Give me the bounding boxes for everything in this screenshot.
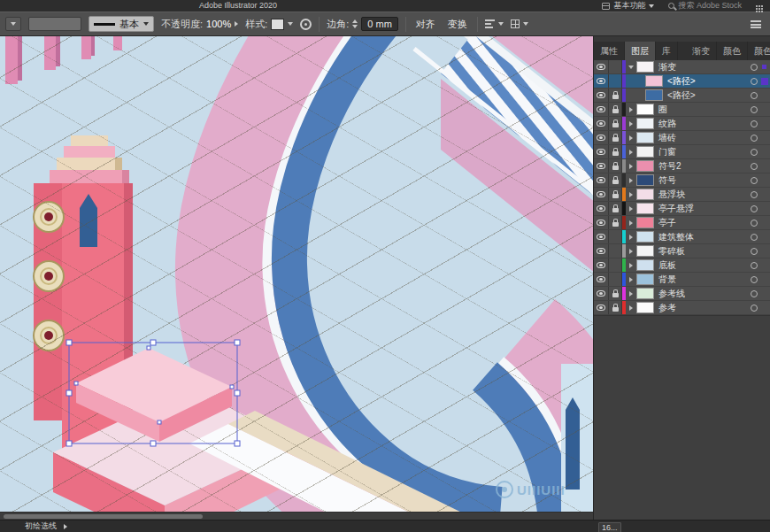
visibility-toggle[interactable] [594, 273, 609, 286]
align-button[interactable]: 对齐 [413, 16, 438, 33]
visibility-toggle[interactable] [594, 145, 609, 158]
layer-name[interactable]: 门窗 [654, 146, 748, 158]
style-swatch[interactable] [271, 19, 284, 30]
canvas[interactable]: UIIIUIII [0, 36, 593, 520]
layer-name[interactable]: 亭子 [654, 217, 748, 229]
transform-options-dropdown[interactable] [511, 19, 528, 28]
scrollbar-thumb[interactable] [4, 514, 203, 519]
layer-name[interactable]: 参考线 [654, 288, 748, 300]
layer-thumbnail[interactable] [636, 274, 654, 285]
layer-row[interactable]: 渐变 [594, 60, 770, 74]
layer-name[interactable]: 亭子悬浮 [654, 203, 748, 215]
anchor-point[interactable] [230, 385, 234, 389]
layer-name[interactable]: 底板 [654, 259, 748, 272]
selection-handle[interactable] [66, 441, 72, 446]
expand-chevron[interactable] [626, 291, 636, 297]
target-circle[interactable] [748, 78, 759, 85]
lock-toggle[interactable] [609, 301, 622, 314]
selection-square[interactable] [759, 65, 769, 69]
lock-toggle[interactable] [609, 230, 622, 243]
layer-name[interactable]: 背景 [654, 274, 748, 286]
visibility-toggle[interactable] [594, 131, 609, 144]
layer-thumbnail[interactable] [636, 132, 654, 143]
layer-thumbnail[interactable] [636, 104, 654, 115]
layer-row[interactable]: 零碎板 [594, 244, 770, 258]
target-circle[interactable] [748, 135, 759, 142]
layer-row[interactable]: 墙砖 [594, 131, 770, 145]
layer-name[interactable]: 符号2 [654, 160, 748, 173]
align-options-dropdown[interactable] [485, 19, 504, 28]
target-circle[interactable] [748, 290, 759, 297]
target-circle[interactable] [748, 234, 759, 241]
expand-chevron[interactable] [626, 178, 636, 183]
lock-toggle[interactable] [609, 273, 622, 286]
transform-button[interactable]: 变换 [445, 16, 470, 33]
lock-toggle[interactable] [609, 287, 622, 300]
layer-thumbnail[interactable] [636, 217, 654, 228]
layer-row[interactable]: 参考线 [594, 287, 770, 301]
visibility-toggle[interactable] [594, 117, 609, 130]
expand-chevron[interactable] [626, 235, 636, 240]
visibility-toggle[interactable] [594, 258, 609, 272]
brush-definition-dropdown[interactable]: 基本 [89, 16, 154, 32]
anchor-point[interactable] [158, 420, 161, 424]
target-circle[interactable] [748, 149, 759, 156]
visibility-toggle[interactable] [594, 103, 609, 116]
expand-chevron[interactable] [626, 150, 636, 155]
layer-row[interactable]: 参考 [594, 301, 770, 315]
panel-menu-icon[interactable] [751, 20, 761, 28]
lock-toggle[interactable] [609, 188, 622, 201]
layer-thumbnail[interactable] [636, 160, 654, 172]
panel-tab[interactable]: 图层 [625, 42, 656, 60]
layer-name[interactable]: 建筑整体 [654, 231, 748, 243]
selection-handle[interactable] [66, 340, 72, 345]
layer-row[interactable]: 圈 [594, 103, 770, 117]
panel-tab[interactable]: 颜色参 [748, 42, 770, 60]
layer-thumbnail[interactable] [636, 118, 654, 129]
layer-name[interactable]: 墙砖 [654, 132, 748, 144]
lock-toggle[interactable] [609, 145, 622, 158]
target-circle[interactable] [748, 92, 759, 99]
target-circle[interactable] [748, 205, 759, 212]
expand-chevron[interactable] [626, 135, 636, 141]
layer-thumbnail[interactable] [636, 189, 654, 200]
lock-toggle[interactable] [609, 173, 622, 187]
layer-name[interactable]: <路径> [663, 89, 748, 102]
layer-thumbnail[interactable] [636, 245, 654, 257]
layer-row[interactable]: 符号2 [594, 159, 770, 173]
recolor-artwork-icon[interactable] [300, 19, 312, 30]
horizontal-scrollbar[interactable] [0, 512, 593, 520]
anchor-point[interactable] [147, 346, 150, 350]
lock-toggle[interactable] [609, 89, 622, 102]
selection-square[interactable] [759, 78, 769, 85]
layer-thumbnail[interactable] [636, 203, 654, 214]
visibility-toggle[interactable] [594, 188, 609, 201]
visibility-toggle[interactable] [594, 60, 609, 73]
panel-tab[interactable]: 库 [656, 42, 678, 60]
lock-toggle[interactable] [609, 117, 622, 130]
layer-name[interactable]: 参考 [654, 302, 748, 314]
selected-object[interactable] [76, 348, 232, 442]
layer-name[interactable]: 零碎板 [654, 245, 748, 258]
layer-row[interactable]: 符号 [594, 173, 770, 188]
layer-name[interactable]: 悬浮块 [654, 189, 748, 201]
lock-toggle[interactable] [609, 74, 622, 88]
layer-row[interactable]: 门窗 [594, 145, 770, 159]
zoom-field[interactable]: 16... [598, 522, 621, 532]
layer-row[interactable]: 悬浮块 [594, 188, 770, 202]
opacity-value[interactable]: 100% [206, 19, 231, 29]
corner-value-field[interactable]: 0 mm [361, 17, 398, 31]
layer-name[interactable]: 圈 [654, 104, 748, 116]
layer-row[interactable]: <路径> [594, 89, 770, 103]
visibility-toggle[interactable] [594, 74, 609, 88]
corner-stepper[interactable] [352, 19, 358, 28]
layer-thumbnail[interactable] [645, 75, 663, 87]
layer-thumbnail[interactable] [636, 288, 654, 299]
layer-row[interactable]: 亭子悬浮 [594, 202, 770, 216]
target-circle[interactable] [748, 276, 759, 283]
layer-row[interactable]: <路径> [594, 74, 770, 89]
layer-thumbnail[interactable] [636, 146, 654, 158]
visibility-toggle[interactable] [594, 216, 609, 229]
selection-handle[interactable] [235, 441, 240, 446]
visibility-toggle[interactable] [594, 173, 609, 187]
